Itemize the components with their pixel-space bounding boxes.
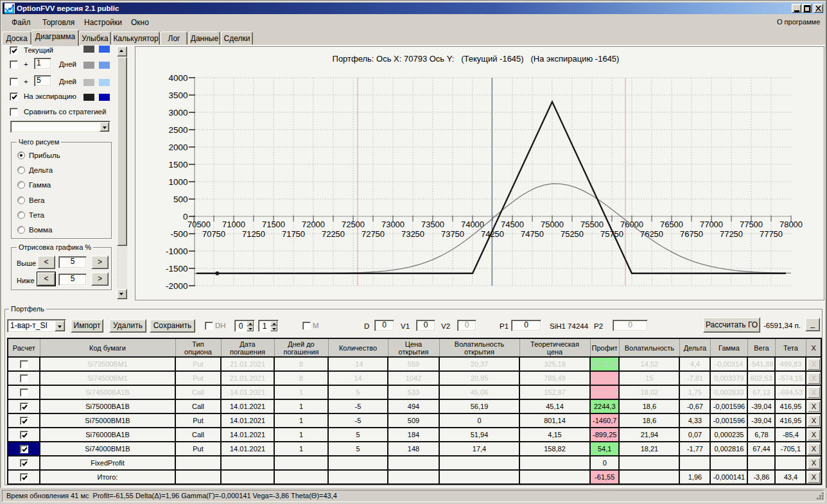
svg-text:70500: 70500 bbox=[187, 220, 211, 229]
svg-text:72500: 72500 bbox=[342, 220, 365, 229]
svg-text:71000: 71000 bbox=[222, 220, 245, 229]
svg-text:2000: 2000 bbox=[168, 143, 187, 152]
svg-text:74750: 74750 bbox=[521, 229, 544, 239]
svg-text:-1500: -1500 bbox=[166, 264, 188, 274]
svg-text:77000: 77000 bbox=[700, 220, 723, 229]
svg-text:Портфель: Ось X: 70793 Ось Y:: Портфель: Ось X: 70793 Ось Y: (Текущий -… bbox=[333, 54, 620, 64]
svg-text:77750: 77750 bbox=[760, 229, 783, 239]
svg-text:74000: 74000 bbox=[461, 220, 484, 229]
svg-text:-500: -500 bbox=[170, 229, 187, 239]
svg-text:72000: 72000 bbox=[302, 220, 325, 229]
svg-text:76500: 76500 bbox=[660, 220, 683, 229]
svg-text:500: 500 bbox=[173, 195, 188, 204]
svg-text:75500: 75500 bbox=[580, 220, 604, 229]
svg-text:71750: 71750 bbox=[282, 229, 305, 239]
svg-text:78000: 78000 bbox=[779, 220, 803, 229]
svg-text:3000: 3000 bbox=[168, 108, 187, 117]
svg-text:75250: 75250 bbox=[561, 229, 584, 239]
svg-text:70750: 70750 bbox=[202, 229, 225, 239]
svg-text:74500: 74500 bbox=[501, 220, 524, 229]
svg-text:1500: 1500 bbox=[168, 160, 187, 169]
svg-text:4000: 4000 bbox=[168, 73, 187, 83]
svg-text:73000: 73000 bbox=[381, 220, 405, 229]
svg-text:1000: 1000 bbox=[168, 177, 187, 187]
svg-text:-1000: -1000 bbox=[166, 247, 188, 256]
svg-text:73750: 73750 bbox=[441, 229, 464, 239]
svg-text:3500: 3500 bbox=[168, 91, 187, 100]
svg-text:76750: 76750 bbox=[680, 229, 703, 239]
svg-text:73250: 73250 bbox=[401, 229, 424, 239]
svg-text:73500: 73500 bbox=[421, 220, 444, 229]
svg-text:-2000: -2000 bbox=[166, 281, 188, 291]
svg-text:71500: 71500 bbox=[262, 220, 285, 229]
svg-text:77500: 77500 bbox=[740, 220, 763, 229]
svg-text:75000: 75000 bbox=[541, 220, 564, 229]
svg-text:2500: 2500 bbox=[168, 125, 187, 135]
svg-text:72750: 72750 bbox=[361, 229, 385, 239]
svg-text:76000: 76000 bbox=[620, 220, 643, 229]
svg-text:72250: 72250 bbox=[322, 229, 345, 239]
svg-text:71250: 71250 bbox=[242, 229, 265, 239]
svg-text:77250: 77250 bbox=[720, 229, 743, 239]
